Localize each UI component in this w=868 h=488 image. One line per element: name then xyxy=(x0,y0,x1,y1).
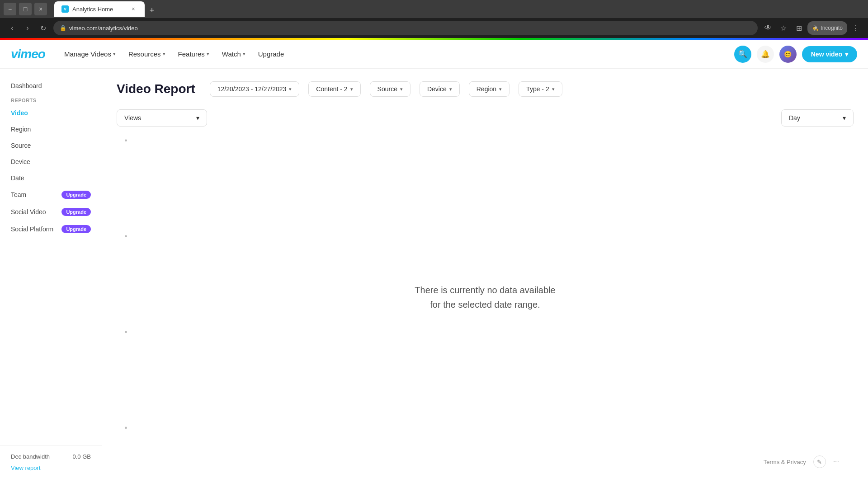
tab-favicon: V xyxy=(61,5,69,13)
content-filter-button[interactable]: Content - 2 ▾ xyxy=(308,81,360,97)
tab-title: Analytics Home xyxy=(72,6,126,13)
type-filter-button[interactable]: Type - 2 ▾ xyxy=(519,81,562,97)
incognito-label: Incognito xyxy=(821,25,843,31)
bandwidth-value: 0.0 GB xyxy=(73,453,91,460)
y-label-2: ● xyxy=(124,329,127,334)
date-filter-chevron: ▾ xyxy=(289,86,292,92)
more-button[interactable]: ⋮ xyxy=(849,21,863,35)
sidebar-item-dashboard[interactable]: Dashboard xyxy=(0,78,102,94)
sidebar-item-video[interactable]: Video xyxy=(0,105,102,121)
sidebar-item-device[interactable]: Device xyxy=(0,154,102,170)
new-video-chevron: ▾ xyxy=(845,51,848,58)
active-tab[interactable]: V Analytics Home × xyxy=(54,1,145,17)
nav-manage-videos-chevron: ▾ xyxy=(113,51,116,57)
nav-manage-videos[interactable]: Manage Videos ▾ xyxy=(60,47,120,61)
sidebar-source-label: Source xyxy=(11,142,31,149)
nav-watch[interactable]: Watch ▾ xyxy=(217,47,250,61)
views-select-label: Views xyxy=(124,114,141,122)
sidebar-item-date[interactable]: Date xyxy=(0,170,102,186)
no-data-line1: There is currently no data available xyxy=(415,283,555,297)
bandwidth-row: Dec bandwidth 0.0 GB xyxy=(11,453,91,460)
region-filter-chevron: ▾ xyxy=(499,86,502,92)
views-select-chevron: ▾ xyxy=(196,114,199,122)
address-bar[interactable]: 🔒 vimeo.com/analytics/video xyxy=(53,21,758,35)
nav-upgrade[interactable]: Upgrade xyxy=(254,47,289,61)
terms-privacy-link[interactable]: Terms & Privacy xyxy=(764,459,806,465)
day-select-label: Day xyxy=(789,114,800,122)
day-select-chevron: ▾ xyxy=(843,114,846,122)
sidebar: Dashboard REPORTS Video Region Source De… xyxy=(0,69,102,488)
new-video-button[interactable]: New video ▾ xyxy=(802,46,857,62)
nav-features-label: Features xyxy=(178,50,205,58)
views-select[interactable]: Views ▾ xyxy=(117,109,207,127)
team-upgrade-badge[interactable]: Upgrade xyxy=(61,191,91,199)
date-filter-label: 12/20/2023 - 12/27/2023 xyxy=(217,85,287,93)
vimeo-logo[interactable]: vimeo xyxy=(11,47,45,61)
source-filter-chevron: ▾ xyxy=(400,86,403,92)
url-text: vimeo.com/analytics/video xyxy=(69,25,138,32)
region-filter-label: Region xyxy=(476,85,496,93)
new-tab-button[interactable]: + xyxy=(146,4,158,17)
nav-watch-chevron: ▾ xyxy=(243,51,245,57)
content-footer-spacer: Terms & Privacy ✎ ··· xyxy=(117,457,854,475)
incognito-badge: 🕵 Incognito xyxy=(807,21,847,35)
main-content: Video Report 12/20/2023 - 12/27/2023 ▾ C… xyxy=(102,69,868,488)
nav-actions: 🔍 🔔 😊 New video ▾ xyxy=(734,46,857,63)
source-filter-label: Source xyxy=(377,85,397,93)
nav-resources-label: Resources xyxy=(128,50,161,58)
avatar[interactable]: 😊 xyxy=(779,46,797,63)
social-video-upgrade-badge[interactable]: Upgrade xyxy=(61,208,91,216)
page-title: Video Report xyxy=(117,82,195,96)
type-filter-chevron: ▾ xyxy=(552,86,555,92)
more-options-icon[interactable]: ··· xyxy=(833,458,839,466)
content-filter-label: Content - 2 xyxy=(316,85,347,93)
eye-icon[interactable]: 👁 xyxy=(761,21,775,35)
day-select[interactable]: Day ▾ xyxy=(781,109,854,127)
sidebar-item-social-platform[interactable]: Social Platform Upgrade xyxy=(0,221,102,238)
chart-area: ● ● ● ● There is currently no data avail… xyxy=(117,137,854,457)
y-label-1: ● xyxy=(124,425,127,430)
maximize-button[interactable]: □ xyxy=(19,3,32,15)
notifications-button[interactable]: 🔔 xyxy=(757,46,774,63)
sidebar-social-platform-label: Social Platform xyxy=(11,225,53,233)
bookmark-icon[interactable]: ☆ xyxy=(777,21,790,35)
no-data-line2: for the selected date range. xyxy=(415,297,555,312)
type-filter-label: Type - 2 xyxy=(526,85,549,93)
nav-resources-chevron: ▾ xyxy=(163,51,165,57)
bandwidth-label: Dec bandwidth xyxy=(11,453,50,460)
incognito-icon: 🕵 xyxy=(812,25,819,31)
sidebar-social-video-label: Social Video xyxy=(11,208,46,216)
device-filter-button[interactable]: Device ▾ xyxy=(420,81,460,97)
sidebar-reports-section: REPORTS xyxy=(0,94,102,105)
date-filter-button[interactable]: 12/20/2023 - 12/27/2023 ▾ xyxy=(210,81,300,97)
source-filter-button[interactable]: Source ▾ xyxy=(370,81,410,97)
back-button[interactable]: ‹ xyxy=(5,21,19,35)
extensions-icon[interactable]: ⊞ xyxy=(792,21,806,35)
sidebar-item-social-video[interactable]: Social Video Upgrade xyxy=(0,203,102,221)
close-button[interactable]: × xyxy=(34,3,47,15)
region-filter-button[interactable]: Region ▾ xyxy=(469,81,509,97)
sidebar-region-label: Region xyxy=(11,126,31,133)
sidebar-item-source[interactable]: Source xyxy=(0,137,102,154)
nav-resources[interactable]: Resources ▾ xyxy=(124,47,170,61)
minimize-button[interactable]: − xyxy=(4,3,16,15)
nav-features[interactable]: Features ▾ xyxy=(174,47,214,61)
edit-icon[interactable]: ✎ xyxy=(813,455,826,468)
social-platform-upgrade-badge[interactable]: Upgrade xyxy=(61,225,91,233)
forward-button[interactable]: › xyxy=(21,21,34,35)
view-report-link[interactable]: View report xyxy=(11,465,41,471)
search-button[interactable]: 🔍 xyxy=(734,46,751,63)
controls-row: Views ▾ Day ▾ xyxy=(117,109,854,127)
y-label-3: ● xyxy=(124,233,127,239)
browser-titlebar: − □ × V Analytics Home × + xyxy=(0,0,868,18)
window-controls: − □ × xyxy=(4,3,47,15)
tab-close-button[interactable]: × xyxy=(129,5,137,13)
sidebar-item-team[interactable]: Team Upgrade xyxy=(0,186,102,203)
omnibar-actions: 👁 ☆ ⊞ 🕵 Incognito ⋮ xyxy=(761,21,863,35)
sidebar-item-region[interactable]: Region xyxy=(0,121,102,137)
device-filter-label: Device xyxy=(427,85,447,93)
nav-buttons: ‹ › ↻ xyxy=(5,21,50,35)
sidebar-date-label: Date xyxy=(11,174,24,182)
page-footer: Terms & Privacy ✎ ··· xyxy=(764,455,839,468)
refresh-button[interactable]: ↻ xyxy=(36,21,50,35)
